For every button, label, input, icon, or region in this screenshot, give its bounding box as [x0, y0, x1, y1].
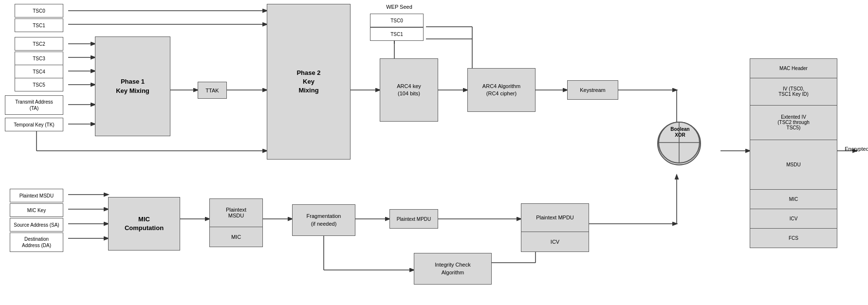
plaintext-msdu-mic: PlaintextMSDU MIC	[209, 198, 263, 247]
mic-computation: MICComputation	[108, 197, 180, 251]
tsc2-input: TSC2	[15, 37, 63, 51]
plaintext-msdu-input: Plaintext MSDU	[10, 189, 63, 202]
phase2-key-mixing: Phase 2KeyMixing	[267, 4, 351, 160]
dest-addr-input: DestinationAddress (DA)	[10, 233, 63, 252]
tsc1-input: TSC1	[15, 18, 63, 32]
boolean-xor: BooleanXOR	[657, 122, 701, 165]
ta-input: Transmit Address (TA)	[5, 95, 63, 115]
encrypted-label: Encrypted	[842, 146, 868, 152]
wep-tsc1: TSC1	[370, 27, 424, 41]
tsc4-input: TSC4	[15, 65, 63, 78]
wep-tsc0: TSC0	[370, 14, 424, 27]
tsc3-input: TSC3	[15, 52, 63, 65]
arc4-key-box: ARC4 key(104 bits)	[380, 58, 438, 122]
fragmentation-box: Fragmentation(if needed)	[292, 204, 355, 236]
plaintext-mpdu-input: Plaintext MPDU	[389, 209, 438, 229]
phase1-key-mixing: Phase 1Key Mixing	[95, 36, 170, 136]
mic-key-input: MIC Key	[10, 203, 63, 217]
source-addr-input: Source Address (SA)	[10, 218, 63, 232]
output-frame: MAC Header IV (TSC0,TSC1 Key ID) Extente…	[750, 58, 837, 248]
tsc5-input: TSC5	[15, 78, 63, 91]
ttak-box: TTAK	[198, 82, 227, 99]
tsc0-input: TSC0	[15, 4, 63, 18]
keystream-box: Keystream	[567, 80, 618, 100]
arc4-algorithm: ARC4 Algorithm(RC4 cipher)	[467, 68, 536, 112]
tk-input: Temporal Key (TK)	[5, 118, 63, 131]
plaintext-mpdu-icv: Plaintext MPDU ICV	[521, 203, 589, 252]
integrity-check-algorithm: Integrity CheckAlgorithm	[414, 253, 492, 285]
wep-seed-label: WEP Seed	[370, 4, 428, 10]
